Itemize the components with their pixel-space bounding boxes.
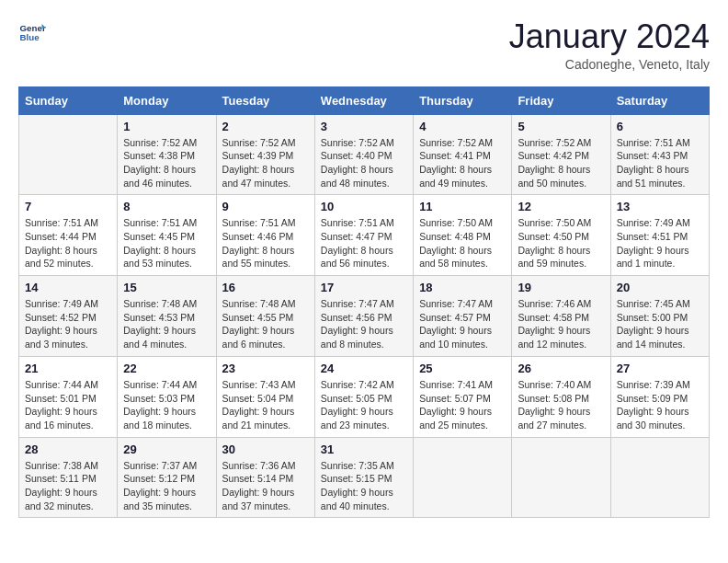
weekday-header-cell: Saturday bbox=[610, 86, 709, 114]
calendar-body: 1Sunrise: 7:52 AM Sunset: 4:38 PM Daylig… bbox=[19, 114, 710, 518]
day-info: Sunrise: 7:52 AM Sunset: 4:41 PM Dayligh… bbox=[419, 136, 506, 190]
day-info: Sunrise: 7:44 AM Sunset: 5:01 PM Dayligh… bbox=[25, 378, 111, 432]
calendar-cell: 27Sunrise: 7:39 AM Sunset: 5:09 PM Dayli… bbox=[610, 356, 709, 437]
day-info: Sunrise: 7:49 AM Sunset: 4:51 PM Dayligh… bbox=[617, 216, 703, 270]
calendar-cell: 30Sunrise: 7:36 AM Sunset: 5:14 PM Dayli… bbox=[216, 437, 314, 518]
day-info: Sunrise: 7:47 AM Sunset: 4:57 PM Dayligh… bbox=[419, 297, 506, 351]
title-block: January 2024 Cadoneghe, Veneto, Italy bbox=[509, 18, 710, 72]
calendar-cell: 15Sunrise: 7:48 AM Sunset: 4:53 PM Dayli… bbox=[118, 276, 216, 357]
day-info: Sunrise: 7:45 AM Sunset: 5:00 PM Dayligh… bbox=[617, 297, 703, 351]
day-number: 18 bbox=[419, 281, 506, 294]
day-number: 3 bbox=[321, 120, 407, 133]
day-info: Sunrise: 7:38 AM Sunset: 5:11 PM Dayligh… bbox=[25, 459, 111, 513]
day-number: 1 bbox=[123, 120, 210, 133]
day-number: 2 bbox=[222, 120, 309, 133]
calendar-table: SundayMondayTuesdayWednesdayThursdayFrid… bbox=[18, 86, 710, 519]
calendar-cell: 2Sunrise: 7:52 AM Sunset: 4:39 PM Daylig… bbox=[216, 114, 314, 195]
day-number: 28 bbox=[25, 442, 111, 456]
page-header: General Blue January 2024 Cadoneghe, Ven… bbox=[18, 18, 710, 72]
day-number: 30 bbox=[222, 442, 309, 456]
calendar-cell bbox=[610, 437, 709, 518]
month-title: January 2024 bbox=[509, 18, 710, 55]
day-info: Sunrise: 7:52 AM Sunset: 4:40 PM Dayligh… bbox=[321, 136, 407, 190]
calendar-week-row: 28Sunrise: 7:38 AM Sunset: 5:11 PM Dayli… bbox=[19, 437, 710, 518]
calendar-cell: 21Sunrise: 7:44 AM Sunset: 5:01 PM Dayli… bbox=[19, 356, 118, 437]
day-info: Sunrise: 7:52 AM Sunset: 4:38 PM Dayligh… bbox=[123, 136, 210, 190]
calendar-cell: 18Sunrise: 7:47 AM Sunset: 4:57 PM Dayli… bbox=[414, 276, 512, 357]
day-number: 7 bbox=[25, 200, 111, 213]
calendar-cell: 19Sunrise: 7:46 AM Sunset: 4:58 PM Dayli… bbox=[512, 276, 610, 357]
day-number: 5 bbox=[518, 120, 604, 133]
day-number: 29 bbox=[123, 442, 210, 456]
day-info: Sunrise: 7:35 AM Sunset: 5:15 PM Dayligh… bbox=[321, 459, 407, 513]
calendar-cell: 3Sunrise: 7:52 AM Sunset: 4:40 PM Daylig… bbox=[314, 114, 413, 195]
day-info: Sunrise: 7:44 AM Sunset: 5:03 PM Dayligh… bbox=[123, 378, 210, 432]
day-number: 24 bbox=[321, 362, 407, 375]
calendar-cell: 5Sunrise: 7:52 AM Sunset: 4:42 PM Daylig… bbox=[512, 114, 610, 195]
calendar-week-row: 7Sunrise: 7:51 AM Sunset: 4:44 PM Daylig… bbox=[19, 195, 710, 276]
day-number: 9 bbox=[222, 200, 309, 213]
svg-text:Blue: Blue bbox=[20, 32, 40, 42]
weekday-header-cell: Sunday bbox=[19, 86, 118, 114]
calendar-cell: 14Sunrise: 7:49 AM Sunset: 4:52 PM Dayli… bbox=[19, 276, 118, 357]
day-number: 31 bbox=[321, 442, 407, 456]
calendar-cell: 10Sunrise: 7:51 AM Sunset: 4:47 PM Dayli… bbox=[314, 195, 413, 276]
day-info: Sunrise: 7:43 AM Sunset: 5:04 PM Dayligh… bbox=[222, 378, 309, 432]
day-number: 11 bbox=[419, 200, 506, 213]
day-number: 27 bbox=[617, 362, 703, 375]
day-info: Sunrise: 7:50 AM Sunset: 4:50 PM Dayligh… bbox=[518, 216, 604, 270]
day-info: Sunrise: 7:46 AM Sunset: 4:58 PM Dayligh… bbox=[518, 297, 604, 351]
day-info: Sunrise: 7:36 AM Sunset: 5:14 PM Dayligh… bbox=[222, 459, 309, 513]
day-info: Sunrise: 7:52 AM Sunset: 4:39 PM Dayligh… bbox=[222, 136, 309, 190]
calendar-cell: 8Sunrise: 7:51 AM Sunset: 4:45 PM Daylig… bbox=[118, 195, 216, 276]
calendar-header: SundayMondayTuesdayWednesdayThursdayFrid… bbox=[19, 86, 710, 114]
day-number: 8 bbox=[123, 200, 210, 213]
weekday-header-cell: Wednesday bbox=[314, 86, 413, 114]
day-info: Sunrise: 7:49 AM Sunset: 4:52 PM Dayligh… bbox=[25, 297, 111, 351]
day-number: 14 bbox=[25, 281, 111, 294]
day-info: Sunrise: 7:52 AM Sunset: 4:42 PM Dayligh… bbox=[518, 136, 604, 190]
day-info: Sunrise: 7:48 AM Sunset: 4:53 PM Dayligh… bbox=[123, 297, 210, 351]
day-number: 13 bbox=[617, 200, 703, 213]
day-number: 19 bbox=[518, 281, 604, 294]
calendar-cell: 4Sunrise: 7:52 AM Sunset: 4:41 PM Daylig… bbox=[414, 114, 512, 195]
calendar-cell: 25Sunrise: 7:41 AM Sunset: 5:07 PM Dayli… bbox=[414, 356, 512, 437]
day-info: Sunrise: 7:51 AM Sunset: 4:43 PM Dayligh… bbox=[617, 136, 703, 190]
calendar-cell: 20Sunrise: 7:45 AM Sunset: 5:00 PM Dayli… bbox=[610, 276, 709, 357]
day-info: Sunrise: 7:48 AM Sunset: 4:55 PM Dayligh… bbox=[222, 297, 309, 351]
calendar-week-row: 14Sunrise: 7:49 AM Sunset: 4:52 PM Dayli… bbox=[19, 276, 710, 357]
day-info: Sunrise: 7:37 AM Sunset: 5:12 PM Dayligh… bbox=[123, 459, 210, 513]
calendar-cell: 23Sunrise: 7:43 AM Sunset: 5:04 PM Dayli… bbox=[216, 356, 314, 437]
weekday-header-cell: Monday bbox=[118, 86, 216, 114]
day-number: 25 bbox=[419, 362, 506, 375]
calendar-cell: 16Sunrise: 7:48 AM Sunset: 4:55 PM Dayli… bbox=[216, 276, 314, 357]
weekday-header-cell: Thursday bbox=[414, 86, 512, 114]
day-number: 22 bbox=[123, 362, 210, 375]
calendar-cell: 9Sunrise: 7:51 AM Sunset: 4:46 PM Daylig… bbox=[216, 195, 314, 276]
day-info: Sunrise: 7:42 AM Sunset: 5:05 PM Dayligh… bbox=[321, 378, 407, 432]
calendar-week-row: 21Sunrise: 7:44 AM Sunset: 5:01 PM Dayli… bbox=[19, 356, 710, 437]
location: Cadoneghe, Veneto, Italy bbox=[509, 57, 710, 72]
day-info: Sunrise: 7:51 AM Sunset: 4:45 PM Dayligh… bbox=[123, 216, 210, 270]
calendar-cell: 11Sunrise: 7:50 AM Sunset: 4:48 PM Dayli… bbox=[414, 195, 512, 276]
calendar-cell bbox=[512, 437, 610, 518]
calendar-cell: 22Sunrise: 7:44 AM Sunset: 5:03 PM Dayli… bbox=[118, 356, 216, 437]
day-info: Sunrise: 7:39 AM Sunset: 5:09 PM Dayligh… bbox=[617, 378, 703, 432]
calendar-cell bbox=[414, 437, 512, 518]
day-info: Sunrise: 7:41 AM Sunset: 5:07 PM Dayligh… bbox=[419, 378, 506, 432]
calendar-cell: 26Sunrise: 7:40 AM Sunset: 5:08 PM Dayli… bbox=[512, 356, 610, 437]
calendar-cell: 28Sunrise: 7:38 AM Sunset: 5:11 PM Dayli… bbox=[19, 437, 118, 518]
day-number: 26 bbox=[518, 362, 604, 375]
weekday-header-cell: Tuesday bbox=[216, 86, 314, 114]
day-info: Sunrise: 7:51 AM Sunset: 4:44 PM Dayligh… bbox=[25, 216, 111, 270]
calendar-cell: 29Sunrise: 7:37 AM Sunset: 5:12 PM Dayli… bbox=[118, 437, 216, 518]
day-number: 21 bbox=[25, 362, 111, 375]
calendar-cell: 12Sunrise: 7:50 AM Sunset: 4:50 PM Dayli… bbox=[512, 195, 610, 276]
day-number: 10 bbox=[321, 200, 407, 213]
day-number: 16 bbox=[222, 281, 309, 294]
logo-icon: General Blue bbox=[18, 18, 46, 46]
calendar-cell: 24Sunrise: 7:42 AM Sunset: 5:05 PM Dayli… bbox=[314, 356, 413, 437]
day-info: Sunrise: 7:51 AM Sunset: 4:46 PM Dayligh… bbox=[222, 216, 309, 270]
day-info: Sunrise: 7:47 AM Sunset: 4:56 PM Dayligh… bbox=[321, 297, 407, 351]
calendar-cell: 6Sunrise: 7:51 AM Sunset: 4:43 PM Daylig… bbox=[610, 114, 709, 195]
